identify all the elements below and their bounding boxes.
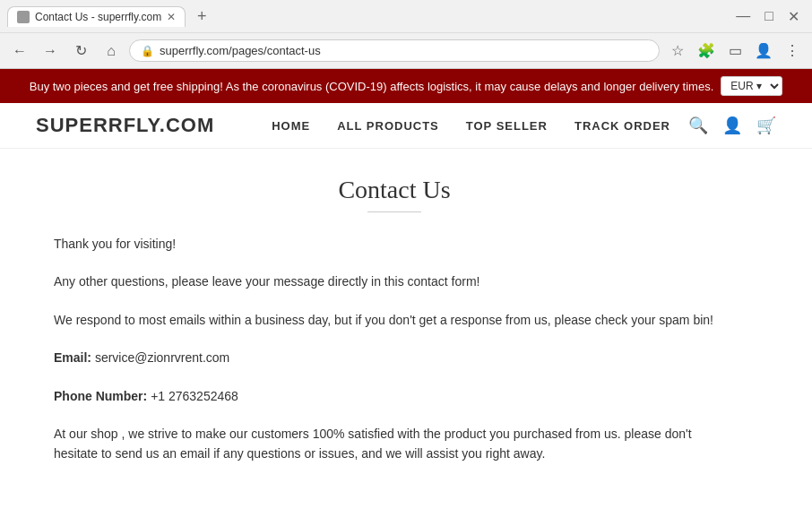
paragraph-1: Thank you for visiting! — [54, 234, 735, 254]
toolbar-icons: ☆ 🧩 ▭ 👤 ⋮ — [665, 39, 805, 64]
browser-title-bar: Contact Us - superrfly.com ✕ + — □ ✕ — [0, 0, 812, 32]
extensions-button[interactable]: 🧩 — [694, 39, 719, 64]
paragraph-2: Any other questions, please leave your m… — [54, 272, 735, 291]
currency-selector[interactable]: EUR ▾ USD GBP — [721, 76, 782, 96]
minimize-button[interactable]: — — [730, 8, 756, 25]
menu-button[interactable]: ⋮ — [780, 39, 805, 64]
reload-button[interactable]: ↻ — [68, 39, 93, 64]
closing-text-section: At our shop , we strive to make our cust… — [54, 424, 735, 464]
window-controls: — □ ✕ — [730, 8, 805, 25]
promo-banner: Buy two pieces and get free shipping! As… — [0, 69, 812, 103]
browser-toolbar: ← → ↻ ⌂ 🔒 superrfly.com/pages/contact-us… — [0, 32, 812, 68]
paragraph-2-text: Any other questions, please leave your m… — [54, 274, 479, 289]
bookmark-button[interactable]: ☆ — [665, 39, 690, 64]
promo-text: Buy two pieces and get free shipping! As… — [30, 80, 714, 93]
phone-section: Phone Number: +1 2763252468 — [54, 386, 735, 406]
nav-top-seller[interactable]: TOP SELLER — [466, 119, 548, 133]
paragraph-3: We respond to most emails within a busin… — [54, 310, 735, 330]
lock-icon: 🔒 — [141, 45, 154, 57]
site-header: SUPERRFLY.COM HOME ALL PRODUCTS TOP SELL… — [0, 103, 812, 149]
new-tab-button[interactable]: + — [189, 4, 214, 29]
phone-value: +1 2763252468 — [151, 389, 238, 403]
nav-track-order[interactable]: TRACK ORDER — [574, 119, 670, 133]
email-value: service@zionrvrent.com — [95, 350, 229, 365]
browser-chrome: Contact Us - superrfly.com ✕ + — □ ✕ ← →… — [0, 0, 812, 69]
phone-label: Phone Number: — [54, 389, 147, 403]
forward-button[interactable]: → — [38, 39, 63, 64]
account-button[interactable]: 👤 — [722, 116, 742, 135]
nav-home[interactable]: HOME — [272, 119, 310, 133]
tab-close-button[interactable]: ✕ — [167, 11, 176, 23]
page-title: Contact Us — [54, 176, 735, 204]
back-button[interactable]: ← — [7, 39, 32, 64]
title-divider — [367, 211, 421, 212]
site-nav: HOME ALL PRODUCTS TOP SELLER TRACK ORDER — [272, 119, 670, 133]
tab-favicon — [17, 11, 30, 23]
profile-button[interactable]: 👤 — [751, 39, 776, 64]
email-label: Email: — [54, 350, 91, 365]
site-logo[interactable]: SUPERRFLY.COM — [36, 114, 214, 137]
paragraph-3-text: We respond to most emails within a busin… — [54, 313, 713, 327]
tab-title: Contact Us - superrfly.com — [35, 11, 161, 23]
paragraph-1-text: Thank you for visiting! — [54, 237, 176, 251]
close-button[interactable]: ✕ — [782, 8, 805, 25]
nav-icons: 🔍 👤 🛒 — [688, 116, 776, 135]
site-content: Buy two pieces and get free shipping! As… — [0, 69, 812, 526]
search-button[interactable]: 🔍 — [688, 116, 708, 135]
nav-all-products[interactable]: ALL PRODUCTS — [337, 119, 439, 133]
main-content: Contact Us Thank you for visiting! Any o… — [0, 149, 789, 518]
cast-button[interactable]: ▭ — [722, 39, 747, 64]
browser-tabs: Contact Us - superrfly.com ✕ + — [7, 4, 214, 29]
browser-tab-active[interactable]: Contact Us - superrfly.com ✕ — [7, 6, 186, 27]
email-section: Email: service@zionrvrent.com — [54, 348, 735, 367]
url-text: superrfly.com/pages/contact-us — [160, 44, 321, 57]
maximize-button[interactable]: □ — [759, 8, 779, 25]
cart-button[interactable]: 🛒 — [756, 116, 776, 135]
address-bar[interactable]: 🔒 superrfly.com/pages/contact-us — [129, 39, 660, 62]
home-button[interactable]: ⌂ — [99, 39, 124, 64]
closing-text: At our shop , we strive to make our cust… — [54, 427, 692, 461]
